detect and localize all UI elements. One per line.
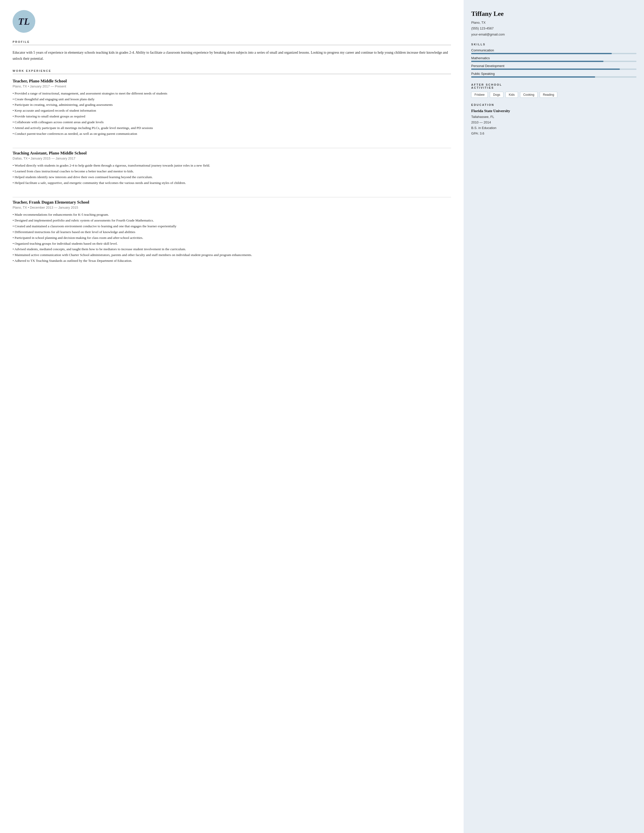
bullet-item: • Keep accurate and organized records of… [13, 108, 451, 114]
activity-tag: Dogs [490, 92, 503, 98]
skill-item: Personal Development [471, 64, 636, 70]
job-meta: Plano, TX • December 2013 — January 2015 [13, 206, 451, 209]
profile-text: Educator with 5 years of experience in e… [13, 50, 451, 62]
bullet-item: • Create thoughtful and engaging unit an… [13, 96, 451, 102]
sidebar-contact: Plano, TX (555) 123-4567 your-email@gmai… [471, 20, 636, 37]
activities-section: After SchoolActivities FrisbeeDogsKidsCo… [471, 83, 636, 98]
bullet-item: • Provided a range of instructional, man… [13, 91, 451, 96]
skill-bar-fill [471, 53, 612, 54]
bullet-item: • Participate in creating, revising, adm… [13, 102, 451, 108]
job-block: Teacher, Frank Dugan Elementary SchoolPl… [13, 200, 451, 275]
job-title: Teacher, Frank Dugan Elementary School [13, 200, 451, 205]
bullet-item: • Provide tutoring to small student grou… [13, 114, 451, 119]
bullet-item: • Collaborate with colleagues across con… [13, 119, 451, 125]
bullet-item: • Maintained active communication with C… [13, 252, 451, 258]
bullet-item: • Organized teaching groups for individu… [13, 241, 451, 247]
job-title: Teacher, Plano Middle School [13, 79, 451, 84]
skill-item: Communication [471, 48, 636, 54]
job-bullets: • Provided a range of instructional, man… [13, 91, 451, 137]
bullet-item: • Learned from class instructional coach… [13, 169, 451, 174]
edu-details: Tallahassee, FL 2010 — 2014 B.S. in Educ… [471, 114, 636, 136]
logo-circle: TL [13, 10, 35, 33]
skill-name: Personal Development [471, 64, 636, 68]
skill-bar-bg [471, 53, 636, 54]
skill-name: Public Speaking [471, 72, 636, 76]
skills-label: Skills [471, 43, 636, 46]
jobs-container: Teacher, Plano Middle SchoolPlano, TX • … [13, 79, 451, 275]
bullet-item: • Designed and implemented portfolio and… [13, 218, 451, 224]
skill-bar-bg [471, 69, 636, 70]
logo-initials: TL [18, 16, 30, 27]
edu-city: Tallahassee, FL [471, 114, 636, 120]
edu-degree: B.S. in Education [471, 125, 636, 131]
sidebar-name: Tiffany Lee [471, 10, 636, 18]
skill-item: Public Speaking [471, 72, 636, 77]
bullet-item: • Created and maintained a classroom env… [13, 224, 451, 229]
bullet-item: • Conduct parent-teacher conferences as … [13, 131, 451, 137]
activities-container: FrisbeeDogsKidsCookingReading [471, 92, 636, 98]
activity-tag: Reading [540, 92, 557, 98]
activity-tag: Kids [506, 92, 518, 98]
sidebar: Tiffany Lee Plano, TX (555) 123-4567 you… [464, 0, 644, 833]
skill-bar-fill [471, 61, 604, 62]
job-meta: Dallas, TX • January 2015 — January 2017 [13, 156, 451, 160]
bullet-item: • Worked directly with students in grade… [13, 163, 451, 169]
edu-school: Florida State University [471, 109, 636, 113]
activity-tag: Cooking [520, 92, 538, 98]
activity-tag: Frisbee [471, 92, 488, 98]
skill-item: Mathematics [471, 56, 636, 62]
edu-years: 2010 — 2014 [471, 120, 636, 125]
education-section: Education Florida State University Talla… [471, 103, 636, 136]
skill-bar-fill [471, 69, 620, 70]
skill-bar-bg [471, 76, 636, 77]
job-meta: Plano, TX • January 2017 — Present [13, 84, 451, 88]
bullet-item: • Attend and actively participate in all… [13, 125, 451, 131]
contact-email: your-email@gmail.com [471, 32, 636, 37]
bullet-item: • Participated in school planning and de… [13, 235, 451, 241]
bullet-item: • Adhered to TX Teaching Standards as ou… [13, 258, 451, 264]
job-bullets: • Worked directly with students in grade… [13, 163, 451, 186]
skill-name: Communication [471, 48, 636, 52]
bullet-item: • Advised students, mediated concepts, a… [13, 246, 451, 252]
job-block: Teaching Assistant, Plano Middle SchoolD… [13, 151, 451, 197]
contact-phone: (555) 123-4567 [471, 26, 636, 31]
job-block: Teacher, Plano Middle SchoolPlano, TX • … [13, 79, 451, 148]
education-label: Education [471, 103, 636, 106]
skill-bar-bg [471, 61, 636, 62]
bullet-item: • Helped facilitate a safe, supportive, … [13, 180, 451, 186]
bullet-item: • Differentiated instructions for all le… [13, 229, 451, 235]
bullet-item: • Made recommendations for enhancements … [13, 212, 451, 218]
bullet-item: • Helped students identify new interests… [13, 174, 451, 180]
main-content: TL Profile Educator with 5 years of expe… [0, 0, 464, 833]
skill-bar-fill [471, 76, 595, 77]
skill-name: Mathematics [471, 56, 636, 60]
job-title: Teaching Assistant, Plano Middle School [13, 151, 451, 156]
job-bullets: • Made recommendations for enhancements … [13, 212, 451, 264]
skills-section: Skills CommunicationMathematicsPersonal … [471, 43, 636, 77]
work-experience-header: Work Experience [13, 69, 451, 74]
work-experience-label: Work Experience [13, 69, 451, 72]
skills-container: CommunicationMathematicsPersonal Develop… [471, 48, 636, 77]
edu-gpa: GPA: 3.6 [471, 131, 636, 136]
contact-city: Plano, TX [471, 20, 636, 26]
profile-section-label: Profile [13, 40, 451, 43]
activities-label: After SchoolActivities [471, 83, 636, 89]
